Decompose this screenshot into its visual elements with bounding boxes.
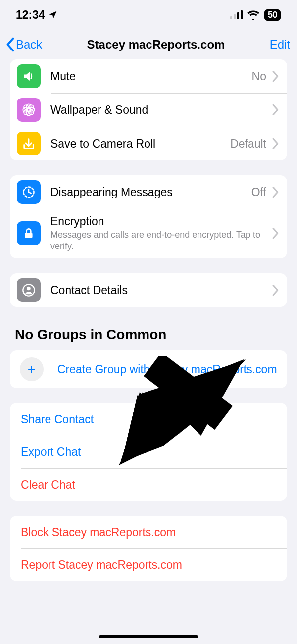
chevron-right-icon — [272, 228, 279, 239]
speaker-icon — [17, 64, 41, 88]
encryption-row[interactable]: Encryption Messages and calls are end-to… — [10, 209, 287, 258]
groups-header: No Groups in Common — [15, 327, 287, 343]
chevron-right-icon — [272, 187, 279, 198]
chevron-right-icon — [272, 71, 279, 82]
clear-chat-row[interactable]: Clear Chat — [10, 468, 287, 501]
encryption-label: Encryption — [50, 215, 266, 228]
lock-icon — [17, 221, 41, 245]
chevron-right-icon — [272, 104, 279, 115]
person-icon — [17, 278, 41, 302]
export-chat-label: Export Chat — [21, 446, 81, 459]
mute-row[interactable]: Mute No — [10, 59, 287, 93]
status-bar: 12:34 50 — [0, 0, 297, 30]
svg-rect-14 — [25, 233, 32, 238]
status-right: 50 — [230, 9, 281, 21]
settings-group-1: Mute No Wallpaper & Sound Save to Camera… — [10, 59, 287, 160]
contact-details-row[interactable]: Contact Details — [10, 273, 287, 307]
timer-icon — [17, 180, 41, 204]
disappearing-value: Off — [251, 186, 266, 199]
svg-point-16 — [27, 287, 30, 290]
clear-chat-label: Clear Chat — [21, 478, 75, 492]
wallpaper-row[interactable]: Wallpaper & Sound — [10, 93, 287, 127]
svg-rect-2 — [237, 12, 239, 19]
create-group-label: Create Group with Stacey macReports.com — [57, 362, 277, 377]
disappearing-label: Disappearing Messages — [50, 186, 247, 199]
page-title: Stacey macReports.com — [87, 38, 225, 51]
plus-icon: + — [20, 357, 44, 381]
report-row[interactable]: Report Stacey macReports.com — [10, 548, 287, 581]
block-row[interactable]: Block Stacey macReports.com — [10, 516, 287, 548]
block-report-group: Block Stacey macReports.com Report Stace… — [10, 516, 287, 581]
wifi-icon — [247, 10, 260, 20]
settings-group-3: Contact Details — [10, 273, 287, 307]
camera-roll-value: Default — [230, 137, 266, 150]
download-icon — [17, 132, 41, 155]
nav-bar: Back Stacey macReports.com Edit — [0, 30, 297, 59]
block-label: Block Stacey macReports.com — [21, 526, 176, 539]
contact-details-label: Contact Details — [50, 284, 266, 297]
chevron-right-icon — [272, 138, 279, 149]
battery-indicator: 50 — [264, 9, 281, 21]
wallpaper-icon — [17, 98, 41, 122]
create-group-card: + Create Group with Stacey macReports.co… — [10, 350, 287, 388]
camera-roll-row[interactable]: Save to Camera Roll Default — [10, 127, 287, 160]
create-group-row[interactable]: + Create Group with Stacey macReports.co… — [10, 350, 287, 388]
svg-rect-0 — [230, 16, 232, 19]
cellular-icon — [230, 10, 243, 19]
export-chat-row[interactable]: Export Chat — [10, 436, 287, 468]
report-label: Report Stacey macReports.com — [21, 558, 182, 572]
svg-rect-1 — [234, 14, 236, 19]
encryption-sub: Messages and calls are end-to-end encryp… — [50, 229, 266, 251]
mute-label: Mute — [50, 70, 247, 83]
svg-rect-3 — [241, 10, 243, 19]
share-contact-label: Share Contact — [21, 413, 94, 426]
disappearing-row[interactable]: Disappearing Messages Off — [10, 175, 287, 209]
camera-roll-label: Save to Camera Roll — [50, 137, 225, 150]
status-left: 12:34 — [16, 8, 58, 22]
home-indicator — [99, 635, 198, 638]
back-button[interactable]: Back — [5, 37, 42, 52]
settings-group-2: Disappearing Messages Off Encryption Mes… — [10, 175, 287, 258]
share-contact-row[interactable]: Share Contact — [10, 403, 287, 436]
location-icon — [48, 10, 58, 20]
mute-value: No — [252, 70, 266, 83]
status-time: 12:34 — [16, 8, 45, 22]
wallpaper-label: Wallpaper & Sound — [50, 103, 266, 117]
chat-actions-group: Share Contact Export Chat Clear Chat — [10, 403, 287, 501]
edit-button[interactable]: Edit — [270, 38, 290, 51]
back-label: Back — [16, 38, 42, 51]
chevron-right-icon — [272, 285, 279, 296]
